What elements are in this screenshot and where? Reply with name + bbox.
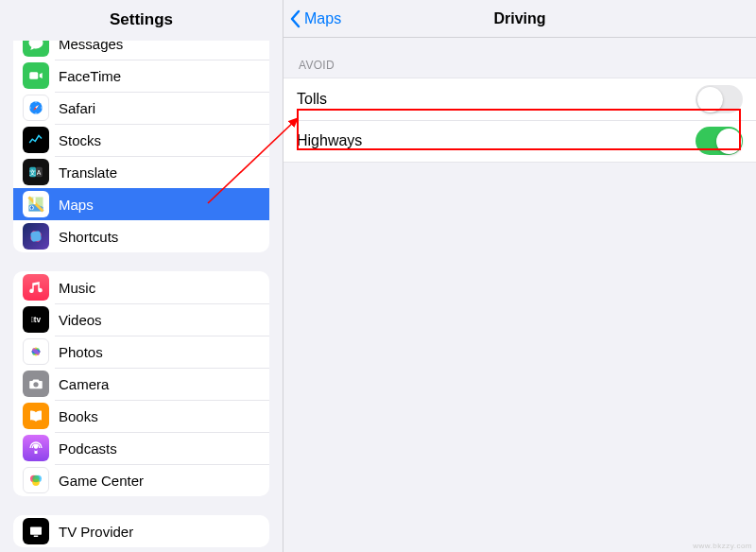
camera-icon (23, 371, 49, 397)
sidebar-item-label: Maps (59, 197, 94, 213)
maps-icon (23, 191, 49, 217)
messages-icon (23, 41, 49, 57)
svg-point-17 (35, 445, 38, 448)
sidebar-item-game-center[interactable]: Game Center (13, 464, 269, 496)
svg-text:tv: tv (31, 316, 42, 324)
nav-title: Driving (284, 10, 756, 27)
svg-rect-8 (30, 231, 42, 242)
facetime-icon (23, 62, 49, 89)
sidebar-item-podcasts[interactable]: Podcasts (13, 432, 269, 464)
settings-sidebar: Settings Messages FaceTime (0, 0, 284, 552)
row-label: Tolls (297, 91, 327, 108)
books-icon (23, 403, 49, 429)
safari-icon (23, 95, 49, 121)
sidebar-item-label: FaceTime (59, 68, 121, 84)
svg-point-16 (33, 382, 38, 387)
sidebar-item-translate[interactable]: 文A Translate (13, 156, 269, 188)
photos-icon (23, 338, 49, 365)
sidebar-item-maps[interactable]: Maps (13, 188, 269, 220)
game-center-icon (23, 467, 49, 493)
sidebar-item-camera[interactable]: Camera (13, 368, 269, 400)
sidebar-item-label: Podcasts (59, 440, 117, 457)
sidebar-item-label: Videos (59, 312, 102, 328)
avoid-rows: Tolls Highways (284, 78, 756, 163)
nav-bar: Maps Driving (284, 0, 756, 38)
row-label: Highways (297, 132, 362, 149)
sidebar-title: Settings (0, 0, 283, 41)
sidebar-item-messages[interactable]: Messages (13, 41, 269, 60)
row-tolls[interactable]: Tolls (284, 78, 756, 120)
sidebar-item-label: Shortcuts (59, 229, 118, 245)
sidebar-item-label: Photos (59, 344, 103, 360)
sidebar-item-tv-provider[interactable]: TV Provider (13, 515, 269, 547)
sidebar-item-label: Books (59, 408, 98, 424)
sidebar-item-label: Messages (59, 41, 123, 52)
sidebar-item-label: Stocks (59, 132, 101, 148)
sidebar-item-label: Safari (59, 100, 95, 116)
sidebar-item-facetime[interactable]: FaceTime (13, 60, 269, 92)
stocks-icon (23, 127, 49, 153)
sidebar-item-safari[interactable]: Safari (13, 92, 269, 124)
section-header-avoid: AVOID (284, 38, 756, 78)
sidebar-item-label: Translate (59, 164, 117, 181)
sidebar-item-label: TV Provider (59, 524, 133, 540)
sidebar-item-label: Music (59, 280, 95, 296)
svg-rect-22 (30, 527, 42, 535)
svg-text:文: 文 (29, 169, 36, 176)
back-label: Maps (304, 10, 341, 27)
videos-icon: tv (23, 306, 49, 333)
row-highways[interactable]: Highways (284, 120, 756, 162)
podcasts-icon (23, 435, 49, 461)
sidebar-item-music[interactable]: Music (13, 271, 269, 303)
svg-text:A: A (37, 169, 42, 176)
watermark: www.bkzzy.com (693, 542, 752, 550)
sidebar-item-videos[interactable]: tv Videos (13, 303, 269, 336)
tv-provider-icon (23, 518, 49, 544)
svg-point-21 (32, 475, 40, 483)
shortcuts-icon (23, 223, 49, 250)
music-icon (23, 274, 49, 301)
sidebar-group: Music tv Videos Photos (13, 271, 269, 496)
sidebar-item-photos[interactable]: Photos (13, 336, 269, 368)
detail-pane: Maps Driving AVOID Tolls Highways (284, 0, 756, 552)
sidebar-item-stocks[interactable]: Stocks (13, 124, 269, 156)
sidebar-item-label: Camera (59, 376, 109, 392)
translate-icon: 文A (23, 159, 49, 185)
sidebar-group: TV Provider (13, 515, 269, 547)
sidebar-item-shortcuts[interactable]: Shortcuts (13, 220, 269, 252)
svg-rect-0 (29, 72, 38, 79)
sidebar-scroll[interactable]: Messages FaceTime Safari (0, 41, 283, 552)
toggle-tolls[interactable] (696, 85, 743, 113)
sidebar-item-label: Game Center (59, 473, 144, 489)
back-button[interactable]: Maps (284, 9, 341, 28)
svg-rect-23 (34, 536, 39, 538)
toggle-highways[interactable] (696, 127, 743, 155)
sidebar-item-books[interactable]: Books (13, 400, 269, 432)
chevron-left-icon (289, 9, 302, 28)
sidebar-group: Messages FaceTime Safari (13, 41, 269, 252)
